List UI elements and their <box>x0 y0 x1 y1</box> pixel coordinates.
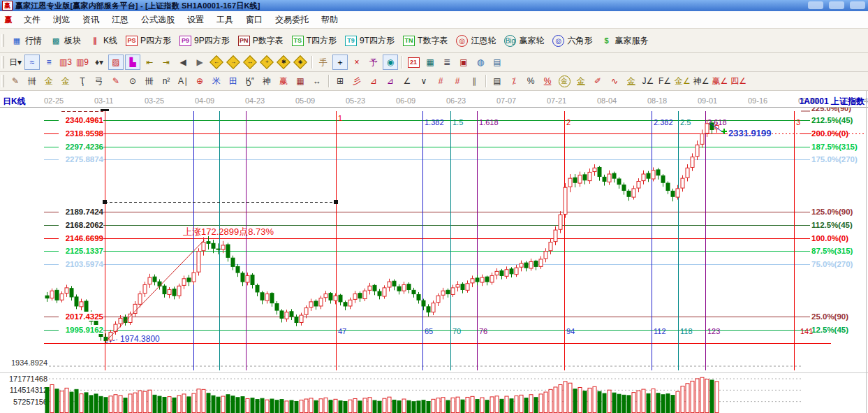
view-candle-style-dropdown-icon[interactable]: ♦▾ <box>91 55 107 70</box>
toolbar-button-9p-square[interactable]: P99P四方形 <box>175 32 234 49</box>
view-page-left-icon[interactable]: ◀ <box>175 55 191 70</box>
view-smart-analysis-icon[interactable]: ◉ <box>383 55 398 70</box>
draw-win-angle-icon[interactable]: 赢∠ <box>712 73 729 89</box>
draw-red-knife-icon[interactable]: ✎ <box>108 73 124 89</box>
view-compress-h-icon[interactable]: + <box>259 55 274 70</box>
draw-coil-icon[interactable]: 弓 <box>91 73 107 89</box>
menu-item-3[interactable]: 江恩 <box>105 13 135 27</box>
view-chart-3-icon[interactable]: ▥3 <box>58 55 73 70</box>
draw-width-measure-icon[interactable]: ↔ <box>309 73 325 89</box>
draw-grid-123-icon[interactable]: ▦ <box>293 73 308 89</box>
toolbar-button-9t-square[interactable]: T99T四方形 <box>341 32 399 49</box>
close-button[interactable] <box>850 1 865 9</box>
draw-circle-cross-icon[interactable]: ⊕ <box>192 73 207 89</box>
view-period-daily-dropdown-icon[interactable]: 日▾ <box>8 55 23 70</box>
view-page-right-icon[interactable]: ▶ <box>192 55 207 70</box>
draw-gold-angle-icon[interactable]: 金∠ <box>674 73 691 89</box>
view-crosshair-icon[interactable]: ＋ <box>332 55 348 70</box>
view-shift-right-icon[interactable]: → <box>226 55 241 70</box>
draw-wave-icon[interactable]: ∿ <box>607 73 622 89</box>
toolbar-button-winner-service[interactable]: $赢家服务 <box>596 32 652 49</box>
draw-angle-lines-icon[interactable]: ∠ <box>399 73 415 89</box>
draw-blue-star-icon[interactable]: 米 <box>209 73 224 89</box>
view-pan-hand-icon[interactable]: 手 <box>316 55 331 70</box>
draw-fence-lines-2-icon[interactable]: 卌 <box>142 73 157 89</box>
view-volume-profile-icon[interactable]: ▙ <box>125 55 140 70</box>
toolbar-button-t-number-table[interactable]: TNT数字表 <box>399 32 452 49</box>
menu-item-1[interactable]: 浏览 <box>47 13 76 27</box>
menu-item-0[interactable]: 文件 <box>17 13 47 27</box>
draw-parallel-lines-icon[interactable]: ∥ <box>466 73 482 89</box>
toolbar-button-sectors[interactable]: ▩板块 <box>46 32 85 49</box>
draw-f-angle-icon[interactable]: F∠ <box>657 73 672 89</box>
menu-item-8[interactable]: 交易委托 <box>269 13 315 27</box>
draw-win-box-icon[interactable]: 赢 <box>276 73 291 89</box>
draw-gold-underline-icon[interactable]: 金 <box>624 73 639 89</box>
view-calculator-icon[interactable]: ▦ <box>422 55 438 70</box>
draw-j-angle-icon[interactable]: J∠ <box>640 73 656 89</box>
view-last-page-icon[interactable]: ⇥ <box>159 55 174 70</box>
draw-v-lines-icon[interactable]: ∨ <box>416 73 432 89</box>
draw-fence-lines-icon[interactable]: 卌 <box>24 73 40 89</box>
toolbar-button-quotes[interactable]: ▦行情 <box>7 32 46 49</box>
draw-box-tool-icon[interactable]: ⊞ <box>332 73 348 89</box>
draw-n-square-icon[interactable]: n² <box>159 73 174 89</box>
draw-shen-fence-icon[interactable]: 神 <box>259 73 274 89</box>
draw-ink-pen-icon[interactable]: ✐ <box>590 73 605 89</box>
view-expand-h-icon[interactable]: ↔ <box>242 55 258 70</box>
view-expand-all-icon[interactable]: ✱ <box>276 55 291 70</box>
draw-gold-line-icon[interactable]: 金 <box>573 73 589 89</box>
draw-gold-circle-icon[interactable]: 金 <box>557 73 572 89</box>
menu-item-5[interactable]: 设置 <box>181 13 210 27</box>
draw-fan-lines-icon[interactable]: 彡 <box>349 73 365 89</box>
draw-shen-angle-icon[interactable]: 神∠ <box>693 73 710 89</box>
view-web-sync-icon[interactable]: ◍ <box>473 55 488 70</box>
toolbar-button-kline[interactable]: ∥K线 <box>85 32 122 49</box>
toolbar-button-gann-wheel[interactable]: ◎江恩轮 <box>452 32 500 49</box>
draw-a-line-icon[interactable]: A∣ <box>175 73 191 89</box>
view-save-icon[interactable]: ▣ <box>456 55 471 70</box>
view-memo-icon[interactable]: ≣ <box>439 55 455 70</box>
draw-k-quote-icon[interactable]: Ӄ″ <box>242 73 258 89</box>
toolbar-button-hexagon[interactable]: ◎六角形 <box>548 32 596 49</box>
view-info-panel-icon[interactable]: ≡ <box>41 55 57 70</box>
view-calendar-21-icon[interactable]: 21 <box>406 55 421 70</box>
draw-four-angle-icon[interactable]: 四∠ <box>730 73 747 89</box>
draw-percent-icon[interactable]: % <box>523 73 538 89</box>
draw-gold-fence-2-icon[interactable]: 金 <box>58 73 73 89</box>
view-fit-all-icon[interactable]: ◈ <box>293 55 308 70</box>
toolbar-button-t-square[interactable]: TST四方形 <box>288 32 341 49</box>
menu-item-7[interactable]: 窗口 <box>240 13 269 27</box>
menu-item-4[interactable]: 公式选股 <box>135 13 181 27</box>
draw-gold-fence-1-icon[interactable]: 金 <box>41 73 57 89</box>
maximize-button[interactable] <box>829 1 844 9</box>
view-map-mode-icon[interactable]: ▨ <box>108 55 124 70</box>
draw-percent-line-icon[interactable]: % <box>540 73 555 89</box>
draw-time-clock-icon[interactable]: ⊙ <box>125 73 140 89</box>
kline-chart-area[interactable]: 171771468114514312572571561934.8924225.0… <box>0 91 868 413</box>
view-chart-9-icon[interactable]: ▥9 <box>75 55 90 70</box>
kline-chart-svg[interactable]: 171771468114514312572571561934.8924225.0… <box>0 91 868 413</box>
toolbar-button-winner-wheel[interactable]: Big赢家轮 <box>500 32 548 49</box>
view-scroll-kline-icon[interactable]: ≈ <box>24 55 40 70</box>
draw-red-grid-2-icon[interactable]: # <box>450 73 465 89</box>
draw-fan-box-2-icon[interactable]: ⊿ <box>383 73 398 89</box>
minimize-button[interactable] <box>808 1 823 9</box>
draw-f-fence-icon[interactable]: Ҭ <box>75 73 90 89</box>
view-workstation-icon[interactable]: ▤ <box>490 55 505 70</box>
draw-blue-grid-box-icon[interactable]: 田 <box>226 73 241 89</box>
menu-item-6[interactable]: 工具 <box>210 13 240 27</box>
draw-fan-box-icon[interactable]: ⊿ <box>366 73 381 89</box>
view-shift-left-icon[interactable]: ← <box>209 55 224 70</box>
draw-knife-tool-icon[interactable]: ✎ <box>8 73 23 89</box>
toolbar-button-p-number-table[interactable]: PNP数字表 <box>234 32 288 49</box>
menu-item-2[interactable]: 资讯 <box>76 13 105 27</box>
view-delete-drawing-icon[interactable]: × <box>349 55 365 70</box>
draw-ruler-box-icon[interactable]: ▤ <box>490 73 505 89</box>
draw-red-grid-1-icon[interactable]: # <box>433 73 448 89</box>
view-first-page-icon[interactable]: ⇤ <box>142 55 157 70</box>
view-gann-text-tool-icon[interactable]: 予 <box>366 55 381 70</box>
draw-percent-slash-icon[interactable]: ⁒ <box>506 73 522 89</box>
menu-item-9[interactable]: 帮助 <box>315 13 344 27</box>
toolbar-button-p-square[interactable]: PSP四方形 <box>122 32 175 49</box>
